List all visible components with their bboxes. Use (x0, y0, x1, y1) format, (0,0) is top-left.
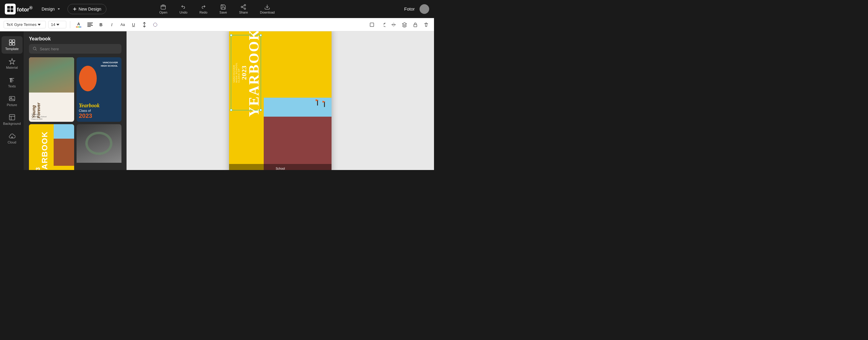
svg-rect-21 (12, 40, 15, 42)
text-color-button[interactable]: A (74, 20, 84, 30)
share-icon (241, 4, 247, 10)
panel-title: Yearbook (24, 31, 126, 44)
template-panel: Yearbook Young Forever YearbookFarmingto… (24, 31, 127, 170)
svg-rect-20 (9, 40, 12, 42)
text-icon: T (9, 76, 16, 83)
navbar: fotor® Design New Design Open Undo (0, 0, 434, 18)
italic-button[interactable]: I (107, 21, 116, 29)
effects-icon (153, 22, 158, 27)
save-label: Save (219, 10, 227, 14)
template-item-2[interactable]: VancouverHigh School Yearbook Class of 2… (76, 57, 122, 122)
font-chevron-icon (38, 24, 41, 26)
background-icon (9, 114, 16, 121)
download-button[interactable]: Download (258, 3, 277, 16)
lock-button[interactable] (411, 21, 420, 29)
template-item-1[interactable]: Young Forever YearbookFarmington SchoolC… (29, 57, 74, 122)
flip-icon (391, 22, 396, 27)
sidebar-item-cloud[interactable]: Cloud (1, 130, 23, 147)
material-label: Material (6, 66, 18, 69)
open-button[interactable]: Open (157, 3, 170, 16)
redo-label: Redo (199, 10, 207, 14)
svg-rect-2 (7, 9, 10, 12)
font-family-value: TeX Gyre Termes (6, 22, 36, 27)
underline-label: U (132, 22, 135, 27)
text-size-button[interactable]: Aa (119, 21, 127, 29)
new-design-button[interactable]: New Design (67, 4, 106, 14)
svg-rect-4 (161, 5, 166, 9)
logo-sup: ® (29, 5, 33, 10)
effects-button[interactable] (151, 21, 159, 29)
lock-icon (412, 22, 418, 27)
texts-label: Texts (8, 84, 16, 88)
font-size-value: 14 (51, 22, 55, 27)
logo: fotor® (5, 4, 33, 14)
template-item-4[interactable]: 2023 YEARBOOK IB & A ASSOCIATES (76, 124, 122, 170)
font-size-selector[interactable]: 14 (48, 21, 66, 28)
svg-rect-22 (9, 43, 12, 45)
delete-button[interactable] (422, 21, 430, 29)
canvas-area: VANCOUVERHIGH SCHOOLCLASS OF 2023 YEARBO… (127, 31, 434, 170)
align-button[interactable] (86, 21, 94, 29)
spacing-button[interactable] (140, 21, 149, 29)
svg-point-7 (244, 8, 246, 9)
svg-line-9 (243, 5, 244, 6)
sidebar-item-texts[interactable]: T Texts (1, 73, 23, 91)
user-avatar[interactable] (420, 4, 429, 14)
svg-rect-0 (7, 6, 10, 9)
picture-label: Picture (7, 103, 17, 107)
yearbook-text-container: VANCOUVERHIGH SCHOOLCLASS OF 2023 YEARBO… (232, 35, 261, 110)
svg-point-6 (241, 6, 243, 7)
redo-button[interactable]: Redo (197, 3, 210, 16)
undo-label: Undo (179, 10, 187, 14)
search-box (29, 44, 121, 54)
italic-label: I (111, 22, 113, 27)
svg-rect-3 (10, 9, 13, 12)
download-label: Download (260, 10, 275, 14)
underline-button[interactable]: U (129, 21, 138, 29)
picture-icon (9, 95, 16, 102)
rotate-button[interactable] (378, 21, 387, 29)
svg-rect-14 (87, 26, 91, 27)
open-label: Open (159, 10, 167, 14)
bold-button[interactable]: B (97, 21, 105, 29)
search-icon (33, 47, 37, 51)
template-item-3[interactable]: 2023YEARBOOK School (29, 124, 74, 170)
background-label: Background (3, 122, 21, 125)
grid-icon (9, 39, 16, 46)
search-input[interactable] (40, 47, 118, 51)
svg-rect-11 (87, 23, 93, 23)
svg-line-8 (243, 7, 244, 8)
design-dropdown[interactable]: Design (38, 5, 64, 13)
sidebar-item-material[interactable]: Material (1, 55, 23, 72)
sidebar-item-background[interactable]: Background (1, 111, 23, 128)
svg-rect-12 (87, 24, 92, 24)
svg-rect-13 (87, 25, 93, 26)
save-icon (220, 4, 226, 10)
open-icon (160, 4, 166, 10)
svg-rect-1 (10, 6, 13, 9)
doc-yellow-top-right (264, 31, 332, 98)
main-layout: Template Material T Texts Picture (0, 31, 434, 170)
cloud-label: Cloud (7, 141, 16, 144)
svg-rect-27 (9, 115, 15, 120)
nav-center-actions: Open Undo Redo Save Share (157, 3, 277, 16)
crop-button[interactable] (368, 21, 376, 29)
svg-text:T: T (9, 78, 12, 83)
redo-icon (200, 4, 207, 10)
right-format-tools (368, 21, 430, 29)
font-family-selector[interactable]: TeX Gyre Termes (4, 21, 46, 28)
share-button[interactable]: Share (237, 3, 250, 16)
save-button[interactable]: Save (217, 3, 229, 16)
layers-button[interactable] (400, 21, 409, 29)
school-label: School (229, 164, 332, 170)
school-text: School (276, 167, 285, 170)
format-toolbar: TeX Gyre Termes 14 A B I Aa U (0, 18, 434, 31)
sidebar-item-template[interactable]: Template (1, 36, 23, 54)
sidebar-item-picture[interactable]: Picture (1, 92, 23, 110)
flip-button[interactable] (390, 21, 398, 29)
design-label: Design (41, 7, 55, 11)
text-size-label: Aa (121, 23, 125, 27)
size-chevron-icon (56, 24, 59, 26)
bold-label: B (99, 22, 102, 27)
undo-button[interactable]: Undo (177, 3, 190, 16)
